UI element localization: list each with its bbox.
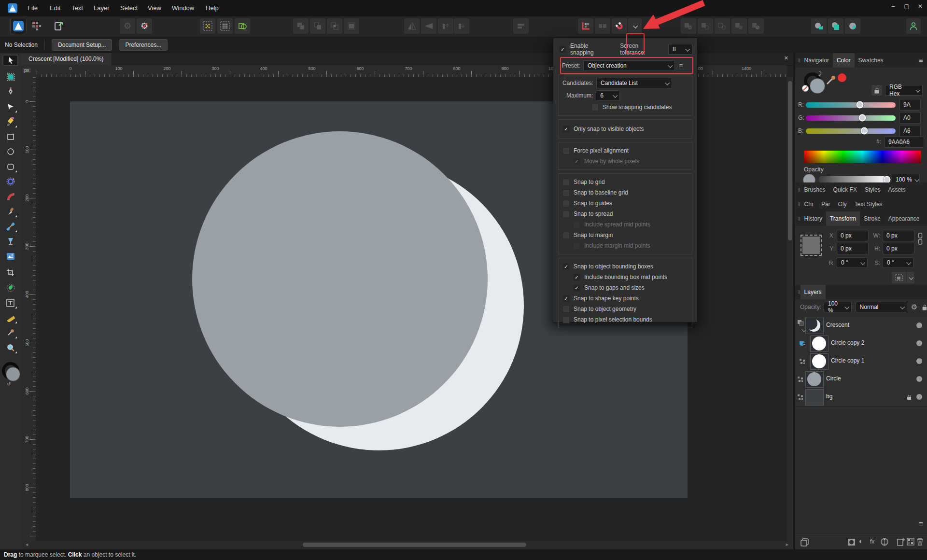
layer-name[interactable]: Circle copy 2	[831, 339, 864, 346]
insert-behind-button[interactable]	[811, 18, 827, 34]
gradient-tool[interactable]	[3, 220, 18, 233]
layer-row-crescent[interactable]: Crescent	[795, 317, 927, 335]
menu-window[interactable]: Window	[172, 4, 194, 12]
snap-to-spread-checkbox[interactable]	[562, 210, 570, 218]
place-image-tool[interactable]	[3, 250, 18, 263]
blue-value[interactable]: A6	[899, 125, 921, 137]
layer-row-circle-copy-2[interactable]: Circle copy 2	[795, 335, 927, 353]
scroll-left-arrow-icon[interactable]: ◄	[25, 542, 29, 547]
enable-snapping-checkbox[interactable]	[559, 46, 566, 53]
force-pixel-alignment-checkbox[interactable]	[562, 147, 570, 154]
x-field[interactable]: 0 px	[837, 230, 869, 241]
document-setup-button[interactable]: Document Setup...	[52, 39, 112, 51]
fx-icon[interactable]: fx	[870, 538, 874, 545]
guides-manager-button[interactable]	[578, 18, 593, 34]
menu-edit[interactable]: Edit	[50, 4, 60, 12]
tab-styles[interactable]: Styles	[861, 182, 885, 197]
mask-layer-icon[interactable]	[847, 538, 856, 546]
layer-name[interactable]: Crescent	[826, 322, 849, 328]
tab-stroke[interactable]: Stroke	[860, 211, 885, 226]
red-value[interactable]: 9A	[899, 99, 921, 111]
include-bounding-box-mid-points-checkbox[interactable]	[573, 274, 580, 281]
blue-slider-handle[interactable]	[860, 127, 868, 135]
preferences-button[interactable]: Preferences...	[119, 39, 168, 51]
tab-quick-fx[interactable]: Quick FX	[829, 182, 861, 197]
fill-color-circle[interactable]	[810, 78, 825, 94]
layer-thumbnail[interactable]	[805, 371, 824, 388]
swap-colors-icon[interactable]: ⤸	[818, 70, 822, 77]
assistant-button[interactable]: ⚙	[137, 18, 152, 34]
show-grid-button[interactable]	[217, 18, 233, 34]
cog-tool[interactable]	[3, 175, 18, 188]
layers-opacity-select[interactable]: 100 %	[824, 302, 852, 312]
w-field[interactable]: 0 px	[883, 230, 914, 241]
persona-export-button[interactable]	[51, 18, 67, 34]
ellipse-tool[interactable]	[3, 145, 18, 158]
snap-to-object-geometry-checkbox[interactable]	[562, 306, 570, 313]
hex-value-field[interactable]: 9AA0A6	[885, 136, 924, 148]
snap-to-gaps-sizes-checkbox[interactable]	[573, 284, 580, 292]
snap-to-margin-checkbox[interactable]	[562, 232, 570, 239]
insert-on-top-button[interactable]	[828, 18, 843, 34]
spectrum-bar[interactable]	[804, 151, 921, 163]
tab-appearance[interactable]: Appearance	[885, 211, 924, 226]
account-button[interactable]	[906, 18, 921, 34]
corner-tool[interactable]	[3, 190, 18, 203]
layer-thumbnail[interactable]	[805, 389, 824, 406]
layer-thumbnail[interactable]	[805, 318, 824, 334]
tab-close-icon[interactable]: ✕	[784, 55, 788, 61]
s-field[interactable]: 0 °	[883, 257, 913, 268]
swap-swatches-icon[interactable]: ↺	[7, 381, 11, 387]
only-snap-visible-checkbox[interactable]	[562, 126, 570, 133]
vertical-scrollbar-thumb[interactable]	[788, 81, 792, 240]
green-slider-handle[interactable]	[859, 114, 866, 122]
screen-tolerance-select[interactable]: 8	[668, 44, 692, 55]
color-lock-button[interactable]	[871, 85, 882, 96]
opacity-slider[interactable]	[818, 176, 887, 183]
tab-history[interactable]: History	[801, 211, 826, 226]
text-tool[interactable]	[3, 296, 18, 309]
red-slider-handle[interactable]	[856, 101, 863, 109]
menu-view[interactable]: View	[148, 4, 161, 12]
panel-menu-icon[interactable]: ≡	[919, 519, 923, 528]
layer-row-circle[interactable]: Circle	[795, 370, 927, 389]
horizontal-scrollbar-thumb[interactable]	[303, 543, 526, 547]
show-snapping-candidates-checkbox[interactable]	[591, 104, 599, 111]
layer-thumbnail[interactable]	[810, 336, 829, 352]
flood-select-tool[interactable]	[3, 281, 18, 294]
tab-brushes[interactable]: Brushes	[801, 182, 829, 197]
node-tool[interactable]	[3, 100, 18, 113]
add-pixel-layer-icon[interactable]	[907, 538, 914, 546]
tab-gly[interactable]: Gly	[834, 197, 851, 211]
layer-name[interactable]: Circle	[826, 375, 841, 382]
window-close-icon[interactable]: ✕	[913, 0, 927, 13]
candidates-select[interactable]: Candidate List	[596, 78, 672, 88]
snap-to-baseline-grid-checkbox[interactable]	[562, 189, 570, 196]
live-filter-icon[interactable]	[880, 538, 889, 546]
add-layer-icon[interactable]	[897, 538, 905, 546]
blend-options-gear-icon[interactable]: ⚙	[911, 303, 917, 311]
menu-text[interactable]: Text	[71, 4, 83, 12]
no-color-swatch[interactable]	[802, 85, 809, 92]
layer-row-bg[interactable]: bg	[795, 388, 927, 406]
transform-mode-button[interactable]	[892, 272, 906, 283]
show-margins-button[interactable]	[200, 18, 215, 34]
link-dimensions-icon[interactable]	[918, 233, 923, 245]
artboard-tool[interactable]	[3, 70, 18, 84]
anchor-point-selector[interactable]	[802, 237, 820, 254]
adjustment-layer-icon[interactable]: ◐	[859, 537, 863, 545]
green-value[interactable]: A0	[899, 112, 921, 124]
layer-lock-icon[interactable]	[907, 397, 911, 400]
snap-to-guides-checkbox[interactable]	[562, 200, 570, 207]
tab-color[interactable]: Color	[833, 53, 855, 68]
measure-tool[interactable]	[3, 311, 18, 324]
layer-visibility-toggle[interactable]	[916, 376, 922, 382]
snap-to-bounding-boxes-checkbox[interactable]	[562, 263, 570, 270]
menu-file[interactable]: File	[28, 4, 38, 12]
tab-text-styles[interactable]: Text Styles	[851, 197, 886, 211]
transform-mode-dropdown[interactable]	[907, 272, 914, 283]
color-picker-icon[interactable]	[825, 73, 838, 86]
insert-inside-button[interactable]	[845, 18, 860, 34]
crop-tool[interactable]	[3, 266, 18, 280]
scroll-right-arrow-icon[interactable]: ►	[785, 542, 789, 547]
